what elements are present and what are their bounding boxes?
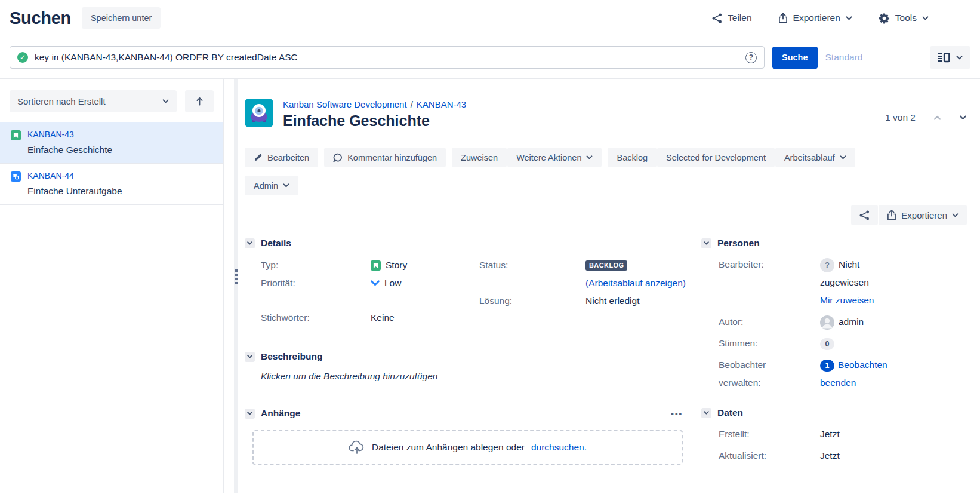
share-button[interactable]: Teilen	[712, 13, 752, 23]
detail-view-icon	[938, 53, 950, 63]
assign-to-me-link[interactable]: Mir zuweisen	[820, 292, 907, 309]
dropzone-text: Dateien zum Anhängen ablegen oder	[372, 442, 525, 453]
sort-by-label: Sortieren nach Erstellt	[17, 96, 106, 106]
admin-label: Admin	[254, 181, 278, 191]
issue-summary: Einfache Geschichte	[27, 145, 112, 155]
issue-header: Kanban Software Development/KANBAN-43 Ei…	[245, 99, 967, 130]
issue-share-button[interactable]	[851, 205, 878, 225]
sort-by-select[interactable]: Sortieren nach Erstellt	[10, 90, 177, 112]
save-as-button[interactable]: Speichern unter	[82, 7, 161, 29]
share-icon	[712, 13, 722, 23]
search-button[interactable]: Suche	[772, 47, 818, 69]
basic-mode-link[interactable]: Standard	[825, 52, 863, 63]
watchers-badge[interactable]: 1	[820, 360, 834, 372]
project-avatar	[245, 99, 273, 127]
type-label: Typ:	[261, 256, 371, 274]
chevron-down-icon	[704, 241, 709, 245]
labels-label: Stichwörter:	[261, 309, 371, 327]
issue-list-item-kanban-43[interactable]: KANBAN-43 Einfache Geschichte	[0, 122, 223, 164]
chevron-down-icon	[247, 412, 252, 415]
pagination-counter: 1 von 2	[885, 112, 916, 123]
resizer-bar[interactable]	[234, 79, 238, 493]
workflow-label: Arbeitsablauf	[784, 153, 835, 162]
issue-key-link[interactable]: KANBAN-44	[27, 170, 122, 182]
issue-key-link[interactable]: KANBAN-43	[27, 129, 112, 140]
issue-item-text: KANBAN-43 Einfache Geschichte	[27, 129, 112, 155]
tools-menu-button[interactable]: Tools	[879, 13, 929, 24]
workflow-button[interactable]: Arbeitsablauf	[775, 148, 855, 167]
chevron-down-icon	[922, 16, 929, 20]
attachment-dropzone[interactable]: Dateien zum Anhängen ablegen oder durchs…	[252, 430, 683, 465]
user-avatar	[820, 315, 834, 330]
breadcrumb-issue-link[interactable]: KANBAN-43	[417, 99, 466, 109]
issue-list-item-kanban-44[interactable]: KANBAN-44 Einfache Unteraufgabe	[0, 164, 223, 205]
issue-toolbar-row2: Admin	[245, 176, 967, 195]
votes-badge[interactable]: 0	[820, 338, 834, 350]
issue-share-export: Exportieren	[245, 205, 967, 225]
priority-label: Priorität:	[261, 274, 371, 292]
panel-resizer[interactable]	[224, 79, 242, 493]
created-label: Erstellt:	[719, 425, 820, 443]
issue-side-column: Personen Bearbeiter: ?Nicht zugewiesen M…	[692, 238, 967, 468]
breadcrumb: Kanban Software Development/KANBAN-43	[283, 99, 466, 111]
attachments-heading: Anhänge	[261, 408, 300, 419]
result-pagination: 1 von 2	[885, 99, 967, 130]
browse-files-link[interactable]: durchsuchen.	[531, 442, 587, 453]
add-comment-button[interactable]: Kommentar hinzufügen	[324, 148, 446, 167]
more-actions-button[interactable]: Weitere Aktionen	[507, 148, 602, 167]
edit-button[interactable]: Bearbeiten	[245, 148, 318, 167]
chevron-down-icon	[247, 355, 252, 358]
status-value: BACKLOG	[585, 256, 627, 274]
resizer-grip-icon[interactable]	[235, 269, 238, 284]
syntax-help-icon[interactable]: ?	[745, 52, 757, 63]
sort-direction-button[interactable]	[185, 90, 214, 112]
issue-detail-panel: Kanban Software Development/KANBAN-43 Ei…	[242, 79, 980, 493]
results-sidebar: Sortieren nach Erstellt KANBAN-43 Einfac…	[0, 79, 224, 493]
story-icon	[11, 130, 21, 140]
layout-switcher-button[interactable]	[930, 46, 970, 69]
more-actions-label: Weitere Aktionen	[516, 153, 581, 162]
chevron-down-icon	[283, 183, 289, 188]
chevron-down-icon	[956, 56, 963, 60]
jql-query-text[interactable]: key in (KANBAN-43,KANBAN-44) ORDER BY cr…	[35, 52, 739, 63]
breadcrumb-project-link[interactable]: Kanban Software Development	[283, 99, 407, 109]
export-menu-button[interactable]: Exportieren	[778, 13, 852, 23]
cloud-upload-icon	[349, 440, 365, 455]
resolution-label: Lösung:	[479, 292, 585, 310]
breadcrumb-separator: /	[411, 99, 413, 109]
description-section: Beschreibung Klicken um die Beschreibung…	[245, 351, 692, 382]
details-collapse-button[interactable]	[245, 238, 255, 248]
people-section: Personen Bearbeiter: ?Nicht zugewiesen M…	[701, 238, 967, 392]
next-issue-icon[interactable]	[959, 115, 967, 120]
assign-button[interactable]: Zuweisen	[452, 148, 507, 167]
attachments-more-button[interactable]: •••	[671, 409, 683, 418]
selected-for-development-button[interactable]: Selected for Development	[657, 148, 775, 167]
share-label: Teilen	[728, 13, 752, 23]
backlog-transition-button[interactable]: Backlog	[608, 148, 657, 167]
selected-for-development-label: Selected for Development	[666, 153, 766, 162]
assign-label: Zuweisen	[461, 153, 498, 162]
pencil-icon	[254, 153, 263, 162]
admin-menu-button[interactable]: Admin	[245, 176, 298, 195]
reporter-label: Autor:	[719, 313, 820, 331]
export-label: Exportieren	[793, 13, 840, 23]
story-icon	[371, 260, 381, 271]
description-placeholder[interactable]: Klicken um die Beschreibung hinzuzufügen	[245, 371, 692, 382]
issue-header-text: Kanban Software Development/KANBAN-43 Ei…	[283, 99, 466, 130]
people-collapse-button[interactable]	[701, 238, 711, 248]
issue-item-text: KANBAN-44 Einfache Unteraufgabe	[27, 170, 122, 197]
dates-collapse-button[interactable]	[701, 408, 711, 418]
jql-input[interactable]: ✓ key in (KANBAN-43,KANBAN-44) ORDER BY …	[10, 46, 765, 69]
arrow-up-icon	[196, 97, 204, 106]
watchers-value: 1Beobachten beenden	[820, 356, 907, 392]
chevron-down-icon	[704, 411, 709, 415]
view-workflow-link[interactable]: (Arbeitsablauf anzeigen)	[585, 274, 686, 292]
attachments-collapse-button[interactable]	[245, 409, 255, 419]
dates-section: Daten Erstellt: Jetzt Aktualisiert: Jetz…	[701, 407, 967, 465]
description-collapse-button[interactable]	[245, 352, 255, 362]
export-icon	[778, 13, 788, 23]
votes-label: Stimmen:	[719, 335, 820, 352]
issue-export-button[interactable]: Exportieren	[879, 205, 967, 225]
issue-navigator-page: Suchen Speichern unter Teilen Exportiere…	[0, 0, 980, 494]
previous-issue-icon[interactable]	[933, 115, 941, 120]
